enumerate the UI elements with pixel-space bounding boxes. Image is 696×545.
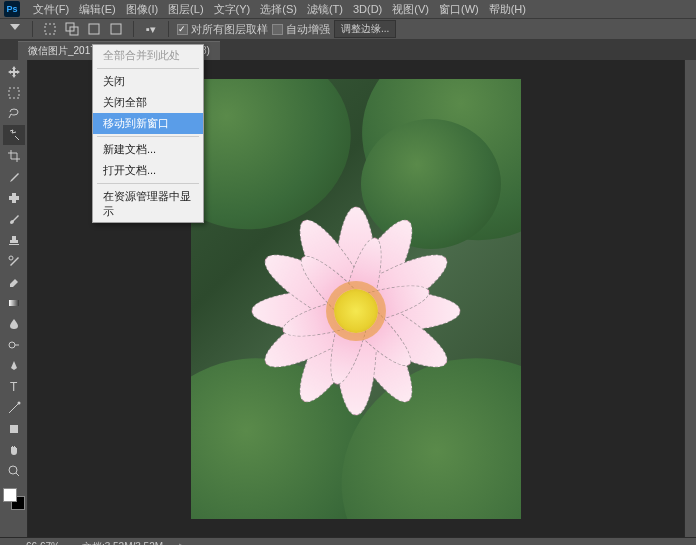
document-canvas[interactable] bbox=[191, 79, 521, 519]
menu-help[interactable]: 帮助(H) bbox=[484, 0, 531, 19]
ctx-separator bbox=[97, 183, 199, 184]
menu-layer[interactable]: 图层(L) bbox=[163, 0, 208, 19]
color-swatches[interactable] bbox=[3, 488, 25, 510]
svg-rect-3 bbox=[89, 24, 99, 34]
svg-rect-5 bbox=[9, 88, 19, 98]
menu-3d[interactable]: 3D(D) bbox=[348, 1, 387, 17]
menu-select[interactable]: 选择(S) bbox=[255, 0, 302, 19]
svg-rect-13 bbox=[10, 425, 18, 433]
selection-subtract-icon[interactable] bbox=[85, 20, 103, 38]
ctx-separator bbox=[97, 136, 199, 137]
ctx-move-to-new-window[interactable]: 移动到新窗口 bbox=[93, 113, 203, 134]
status-flyout-icon[interactable]: ▶ bbox=[179, 541, 187, 545]
lasso-tool[interactable] bbox=[3, 104, 25, 124]
app-logo: Ps bbox=[4, 1, 20, 17]
svg-point-12 bbox=[17, 402, 20, 405]
sample-all-label: 对所有图层取样 bbox=[191, 22, 268, 37]
crop-tool[interactable] bbox=[3, 146, 25, 166]
selection-add-icon[interactable] bbox=[63, 20, 81, 38]
pen-tool[interactable] bbox=[3, 356, 25, 376]
options-bar: ▪▾ 对所有图层取样 自动增强 调整边缘... bbox=[0, 18, 696, 40]
svg-rect-0 bbox=[45, 24, 55, 34]
foreground-color-swatch[interactable] bbox=[3, 488, 17, 502]
refine-edge-button[interactable]: 调整边缘... bbox=[334, 20, 396, 38]
status-bar: 66.67% 文档:3.52M/3.52M ▶ bbox=[0, 537, 696, 545]
eyedropper-tool[interactable] bbox=[3, 167, 25, 187]
menu-type[interactable]: 文字(Y) bbox=[209, 0, 256, 19]
menu-view[interactable]: 视图(V) bbox=[387, 0, 434, 19]
svg-rect-4 bbox=[111, 24, 121, 34]
heal-tool[interactable] bbox=[3, 188, 25, 208]
svg-rect-7 bbox=[9, 196, 19, 200]
hand-tool[interactable] bbox=[3, 440, 25, 460]
svg-text:T: T bbox=[10, 380, 18, 394]
dodge-tool[interactable] bbox=[3, 335, 25, 355]
svg-rect-9 bbox=[9, 300, 19, 306]
blur-tool[interactable] bbox=[3, 314, 25, 334]
menu-edit[interactable]: 编辑(E) bbox=[74, 0, 121, 19]
quick-selection-tool[interactable] bbox=[3, 125, 25, 145]
gradient-tool[interactable] bbox=[3, 293, 25, 313]
tool-preset-icon[interactable] bbox=[6, 20, 24, 38]
menu-file[interactable]: 文件(F) bbox=[28, 0, 74, 19]
svg-point-10 bbox=[9, 342, 15, 348]
checkbox-icon bbox=[177, 24, 188, 35]
shape-tool[interactable] bbox=[3, 419, 25, 439]
tool-panel: T bbox=[0, 60, 28, 537]
menu-filter[interactable]: 滤镜(T) bbox=[302, 0, 348, 19]
brush-picker-icon[interactable]: ▪▾ bbox=[142, 20, 160, 38]
auto-enhance-label: 自动增强 bbox=[286, 22, 330, 37]
sample-all-layers-checkbox[interactable]: 对所有图层取样 bbox=[177, 22, 268, 37]
ctx-reveal-in-explorer[interactable]: 在资源管理器中显示 bbox=[93, 186, 203, 222]
zoom-level[interactable]: 66.67% bbox=[20, 540, 66, 545]
auto-enhance-checkbox[interactable]: 自动增强 bbox=[272, 22, 330, 37]
stamp-tool[interactable] bbox=[3, 230, 25, 250]
move-tool[interactable] bbox=[3, 62, 25, 82]
ctx-close-all[interactable]: 关闭全部 bbox=[93, 92, 203, 113]
path-tool[interactable] bbox=[3, 398, 25, 418]
ctx-merge-all-here[interactable]: 全部合并到此处 bbox=[93, 45, 203, 66]
menu-image[interactable]: 图像(I) bbox=[121, 0, 163, 19]
brush-tool[interactable] bbox=[3, 209, 25, 229]
ctx-close[interactable]: 关闭 bbox=[93, 71, 203, 92]
eraser-tool[interactable] bbox=[3, 272, 25, 292]
svg-point-8 bbox=[9, 256, 13, 260]
ctx-open-document[interactable]: 打开文档... bbox=[93, 160, 203, 181]
right-gutter bbox=[684, 60, 696, 537]
history-brush-tool[interactable] bbox=[3, 251, 25, 271]
zoom-tool[interactable] bbox=[3, 461, 25, 481]
ctx-new-document[interactable]: 新建文档... bbox=[93, 139, 203, 160]
selection-new-icon[interactable] bbox=[41, 20, 59, 38]
menu-bar: Ps 文件(F) 编辑(E) 图像(I) 图层(L) 文字(Y) 选择(S) 滤… bbox=[0, 0, 696, 18]
checkbox-icon bbox=[272, 24, 283, 35]
document-info[interactable]: 文档:3.52M/3.52M bbox=[76, 539, 169, 546]
image-content bbox=[236, 191, 476, 431]
selection-intersect-icon[interactable] bbox=[107, 20, 125, 38]
menu-window[interactable]: 窗口(W) bbox=[434, 0, 484, 19]
marquee-tool[interactable] bbox=[3, 83, 25, 103]
context-menu: 全部合并到此处 关闭 关闭全部 移动到新窗口 新建文档... 打开文档... 在… bbox=[92, 44, 204, 223]
type-tool[interactable]: T bbox=[3, 377, 25, 397]
svg-point-14 bbox=[9, 466, 17, 474]
ctx-separator bbox=[97, 68, 199, 69]
